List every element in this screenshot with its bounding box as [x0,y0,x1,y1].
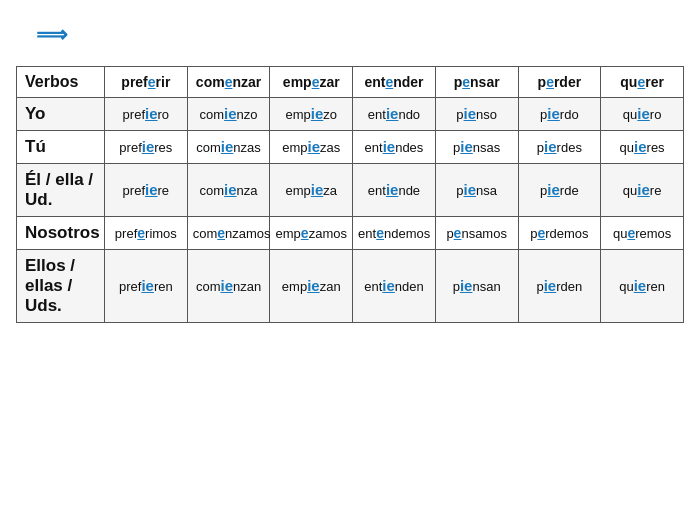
subject-cell: Ellos / ellas / Uds. [17,249,105,322]
col-header-pensar: pensar [435,66,518,97]
subject-cell: Tú [17,130,105,163]
verb-cell: entiende [353,163,436,216]
subject-cell: Nosotros [17,216,105,249]
verb-cell: pienso [435,97,518,130]
verb-cell: empiezo [270,97,353,130]
page-title: ⟹ [16,18,684,52]
verb-cell: quieres [601,130,684,163]
subject-cell: Él / ella / Ud. [17,163,105,216]
verb-cell: perdemos [518,216,601,249]
verb-cell: entienden [353,249,436,322]
verb-cell: entendemos [353,216,436,249]
verb-cell: empiezas [270,130,353,163]
verb-cell: piensas [435,130,518,163]
verb-cell: pensamos [435,216,518,249]
verb-cell: pierde [518,163,601,216]
verb-cell: pierden [518,249,601,322]
col-header-empezar: empezar [270,66,353,97]
table-row: Yoprefierocomienzoempiezoentiendopiensop… [17,97,684,130]
title-arrow: ⟹ [32,21,72,50]
verb-cell: entiendes [353,130,436,163]
table-row: Él / ella / Ud.prefierecomienzaempiezaen… [17,163,684,216]
verb-cell: empieza [270,163,353,216]
col-header-entender: entender [353,66,436,97]
verb-cell: prefieres [105,130,188,163]
verb-cell: comienzo [187,97,270,130]
verb-cell: pierdo [518,97,601,130]
table-row: Túprefierescomienzasempiezasentiendespie… [17,130,684,163]
verb-cell: comienzas [187,130,270,163]
verb-cell: comienzan [187,249,270,322]
col-header-querer: querer [601,66,684,97]
arrow-icon: ⟹ [36,21,68,50]
verb-cell: preferimos [105,216,188,249]
col-header-preferir: preferir [105,66,188,97]
verb-cell: entiendo [353,97,436,130]
verb-cell: prefiere [105,163,188,216]
table-row: Nosotrospreferimoscomenzamosempezamosent… [17,216,684,249]
verb-cell: prefieren [105,249,188,322]
conjugation-table: Verbospreferircomenzarempezarentenderpen… [16,66,684,323]
verb-cell: pierdes [518,130,601,163]
table-row: Ellos / ellas / Uds.prefierencomienzanem… [17,249,684,322]
verb-cell: comenzamos [187,216,270,249]
verb-cell: queremos [601,216,684,249]
subject-cell: Yo [17,97,105,130]
verb-cell: empiezan [270,249,353,322]
verb-cell: comienza [187,163,270,216]
col-header-comenzar: comenzar [187,66,270,97]
verb-cell: quiere [601,163,684,216]
verb-cell: prefiero [105,97,188,130]
col-header-verbos: Verbos [17,66,105,97]
verb-cell: piensa [435,163,518,216]
col-header-perder: perder [518,66,601,97]
verb-cell: quiero [601,97,684,130]
verb-cell: quieren [601,249,684,322]
verb-cell: piensan [435,249,518,322]
verb-cell: empezamos [270,216,353,249]
